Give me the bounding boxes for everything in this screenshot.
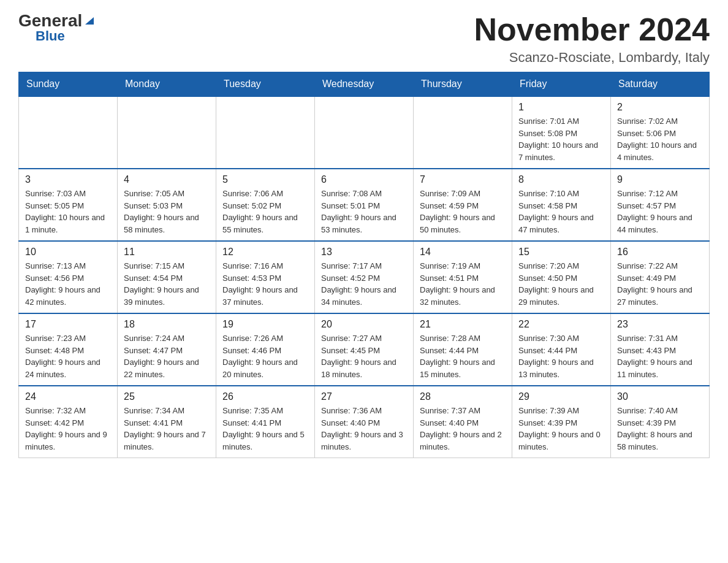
day-number: 26 xyxy=(222,391,308,402)
calendar-week-row: 1Sunrise: 7:01 AMSunset: 5:08 PMDaylight… xyxy=(19,96,710,169)
page-header: General Blue November 2024 Scanzo-Roscia… xyxy=(18,12,710,66)
day-info: Sunrise: 7:09 AMSunset: 4:59 PMDaylight:… xyxy=(420,188,506,236)
day-info: Sunrise: 7:30 AMSunset: 4:44 PMDaylight:… xyxy=(518,332,604,380)
day-number: 4 xyxy=(124,174,210,185)
calendar-day-cell: 1Sunrise: 7:01 AMSunset: 5:08 PMDaylight… xyxy=(512,96,611,169)
day-info: Sunrise: 7:01 AMSunset: 5:08 PMDaylight:… xyxy=(518,115,604,163)
day-number: 13 xyxy=(321,247,407,258)
day-info: Sunrise: 7:23 AMSunset: 4:48 PMDaylight:… xyxy=(25,332,111,380)
calendar-day-cell: 6Sunrise: 7:08 AMSunset: 5:01 PMDaylight… xyxy=(315,169,414,241)
calendar-day-cell: 26Sunrise: 7:35 AMSunset: 4:41 PMDayligh… xyxy=(216,386,315,458)
day-info: Sunrise: 7:02 AMSunset: 5:06 PMDaylight:… xyxy=(617,115,703,163)
day-number: 27 xyxy=(321,391,407,402)
day-number: 8 xyxy=(518,174,604,185)
calendar-day-cell: 24Sunrise: 7:32 AMSunset: 4:42 PMDayligh… xyxy=(19,386,118,458)
day-info: Sunrise: 7:24 AMSunset: 4:47 PMDaylight:… xyxy=(124,332,210,380)
calendar-week-row: 3Sunrise: 7:03 AMSunset: 5:05 PMDaylight… xyxy=(19,169,710,241)
day-info: Sunrise: 7:34 AMSunset: 4:41 PMDaylight:… xyxy=(124,405,210,453)
day-info: Sunrise: 7:05 AMSunset: 5:03 PMDaylight:… xyxy=(124,188,210,236)
calendar-day-cell: 28Sunrise: 7:37 AMSunset: 4:40 PMDayligh… xyxy=(414,386,512,458)
calendar-day-cell: 13Sunrise: 7:17 AMSunset: 4:52 PMDayligh… xyxy=(315,241,414,313)
day-info: Sunrise: 7:32 AMSunset: 4:42 PMDaylight:… xyxy=(25,405,111,453)
calendar-day-cell: 22Sunrise: 7:30 AMSunset: 4:44 PMDayligh… xyxy=(512,313,611,386)
calendar-day-cell xyxy=(118,96,216,169)
day-header-friday: Friday xyxy=(512,72,611,97)
day-info: Sunrise: 7:20 AMSunset: 4:50 PMDaylight:… xyxy=(518,260,604,308)
day-number: 18 xyxy=(124,319,210,330)
day-info: Sunrise: 7:16 AMSunset: 4:53 PMDaylight:… xyxy=(222,260,308,308)
day-info: Sunrise: 7:13 AMSunset: 4:56 PMDaylight:… xyxy=(25,260,111,308)
location-text: Scanzo-Rosciate, Lombardy, Italy xyxy=(474,50,710,66)
calendar-day-cell xyxy=(19,96,118,169)
day-number: 25 xyxy=(124,391,210,402)
calendar-day-cell: 20Sunrise: 7:27 AMSunset: 4:45 PMDayligh… xyxy=(315,313,414,386)
day-info: Sunrise: 7:15 AMSunset: 4:54 PMDaylight:… xyxy=(124,260,210,308)
calendar-day-cell: 17Sunrise: 7:23 AMSunset: 4:48 PMDayligh… xyxy=(19,313,118,386)
calendar-day-cell xyxy=(216,96,315,169)
logo-triangle-icon xyxy=(84,15,95,28)
day-header-monday: Monday xyxy=(118,72,216,97)
calendar-day-cell: 19Sunrise: 7:26 AMSunset: 4:46 PMDayligh… xyxy=(216,313,315,386)
day-header-wednesday: Wednesday xyxy=(315,72,414,97)
day-info: Sunrise: 7:28 AMSunset: 4:44 PMDaylight:… xyxy=(420,332,506,380)
day-info: Sunrise: 7:17 AMSunset: 4:52 PMDaylight:… xyxy=(321,260,407,308)
logo-blue-text: Blue xyxy=(36,29,65,43)
day-info: Sunrise: 7:19 AMSunset: 4:51 PMDaylight:… xyxy=(420,260,506,308)
day-info: Sunrise: 7:10 AMSunset: 4:58 PMDaylight:… xyxy=(518,188,604,236)
day-number: 12 xyxy=(222,247,308,258)
day-number: 16 xyxy=(617,247,703,258)
calendar-week-row: 17Sunrise: 7:23 AMSunset: 4:48 PMDayligh… xyxy=(19,313,710,386)
day-info: Sunrise: 7:37 AMSunset: 4:40 PMDaylight:… xyxy=(420,405,506,453)
day-number: 6 xyxy=(321,174,407,185)
day-number: 30 xyxy=(617,391,703,402)
calendar-day-cell: 14Sunrise: 7:19 AMSunset: 4:51 PMDayligh… xyxy=(414,241,512,313)
month-title: November 2024 xyxy=(474,12,710,47)
day-number: 7 xyxy=(420,174,506,185)
day-number: 17 xyxy=(25,319,111,330)
day-info: Sunrise: 7:03 AMSunset: 5:05 PMDaylight:… xyxy=(25,188,111,236)
day-number: 9 xyxy=(617,174,703,185)
logo-general-text: General xyxy=(18,12,82,29)
calendar-day-cell: 30Sunrise: 7:40 AMSunset: 4:39 PMDayligh… xyxy=(611,386,710,458)
calendar-day-cell: 15Sunrise: 7:20 AMSunset: 4:50 PMDayligh… xyxy=(512,241,611,313)
day-info: Sunrise: 7:31 AMSunset: 4:43 PMDaylight:… xyxy=(617,332,703,380)
calendar-day-cell: 9Sunrise: 7:12 AMSunset: 4:57 PMDaylight… xyxy=(611,169,710,241)
day-number: 11 xyxy=(124,247,210,258)
day-header-thursday: Thursday xyxy=(414,72,512,97)
title-block: November 2024 Scanzo-Rosciate, Lombardy,… xyxy=(474,12,710,66)
calendar-day-cell: 8Sunrise: 7:10 AMSunset: 4:58 PMDaylight… xyxy=(512,169,611,241)
day-header-saturday: Saturday xyxy=(611,72,710,97)
day-info: Sunrise: 7:27 AMSunset: 4:45 PMDaylight:… xyxy=(321,332,407,380)
day-number: 28 xyxy=(420,391,506,402)
day-number: 1 xyxy=(518,102,604,113)
calendar-day-cell: 2Sunrise: 7:02 AMSunset: 5:06 PMDaylight… xyxy=(611,96,710,169)
day-number: 21 xyxy=(420,319,506,330)
calendar-day-cell: 23Sunrise: 7:31 AMSunset: 4:43 PMDayligh… xyxy=(611,313,710,386)
day-info: Sunrise: 7:36 AMSunset: 4:40 PMDaylight:… xyxy=(321,405,407,453)
day-number: 20 xyxy=(321,319,407,330)
day-info: Sunrise: 7:22 AMSunset: 4:49 PMDaylight:… xyxy=(617,260,703,308)
day-info: Sunrise: 7:06 AMSunset: 5:02 PMDaylight:… xyxy=(222,188,308,236)
calendar-day-cell: 27Sunrise: 7:36 AMSunset: 4:40 PMDayligh… xyxy=(315,386,414,458)
svg-marker-0 xyxy=(85,17,94,25)
day-number: 10 xyxy=(25,247,111,258)
day-number: 22 xyxy=(518,319,604,330)
calendar-day-cell: 25Sunrise: 7:34 AMSunset: 4:41 PMDayligh… xyxy=(118,386,216,458)
day-info: Sunrise: 7:26 AMSunset: 4:46 PMDaylight:… xyxy=(222,332,308,380)
day-header-tuesday: Tuesday xyxy=(216,72,315,97)
day-info: Sunrise: 7:39 AMSunset: 4:39 PMDaylight:… xyxy=(518,405,604,453)
calendar-day-cell: 10Sunrise: 7:13 AMSunset: 4:56 PMDayligh… xyxy=(19,241,118,313)
calendar-day-cell xyxy=(414,96,512,169)
day-number: 3 xyxy=(25,174,111,185)
calendar-day-cell: 12Sunrise: 7:16 AMSunset: 4:53 PMDayligh… xyxy=(216,241,315,313)
calendar-day-cell: 21Sunrise: 7:28 AMSunset: 4:44 PMDayligh… xyxy=(414,313,512,386)
calendar-day-cell: 3Sunrise: 7:03 AMSunset: 5:05 PMDaylight… xyxy=(19,169,118,241)
day-number: 5 xyxy=(222,174,308,185)
day-number: 29 xyxy=(518,391,604,402)
day-header-sunday: Sunday xyxy=(19,72,118,97)
calendar-table: SundayMondayTuesdayWednesdayThursdayFrid… xyxy=(18,72,710,458)
day-info: Sunrise: 7:12 AMSunset: 4:57 PMDaylight:… xyxy=(617,188,703,236)
calendar-week-row: 24Sunrise: 7:32 AMSunset: 4:42 PMDayligh… xyxy=(19,386,710,458)
day-number: 15 xyxy=(518,247,604,258)
logo: General Blue xyxy=(18,12,95,43)
